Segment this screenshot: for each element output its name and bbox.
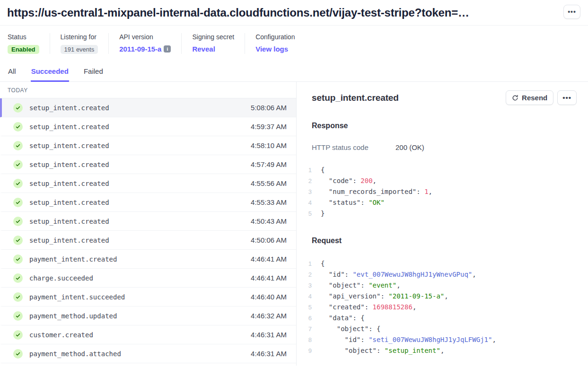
code-line: 1{ — [305, 165, 577, 175]
event-row[interactable]: payment_method.updated4:46:32 AM — [0, 307, 296, 325]
event-row[interactable]: setup_intent.created4:50:06 AM — [0, 231, 296, 250]
info-icon: i — [164, 45, 171, 53]
resend-button[interactable]: Resend — [506, 90, 553, 105]
line-number: 5 — [305, 208, 312, 219]
status-label: Status — [8, 33, 39, 41]
line-number: 1 — [305, 165, 312, 175]
meta-listening: Listening for 191 events — [61, 33, 98, 54]
code-line: 2 "id": "evt_007WewuJW8hgHJ1yWnevGPuq", — [305, 269, 577, 280]
code-line: 6 "data": { — [305, 313, 577, 324]
line-number: 8 — [305, 334, 312, 345]
request-heading: Request — [312, 237, 577, 245]
event-row[interactable]: payment_intent.succeeded4:46:40 AM — [0, 288, 296, 307]
event-time: 4:46:40 AM — [251, 293, 287, 301]
event-group-header: TODAY — [0, 82, 296, 98]
request-code-block: 1{2 "id": "evt_007WewuJW8hgHJ1yWnevGPuq"… — [305, 258, 577, 356]
event-name: setup_intent.created — [29, 104, 109, 112]
events-count-badge[interactable]: 191 events — [61, 45, 98, 54]
success-check-icon — [13, 273, 23, 283]
meta-divider — [108, 33, 109, 54]
code-line: 1{ — [305, 258, 577, 269]
success-check-icon — [13, 141, 23, 150]
event-time: 4:50:06 AM — [251, 236, 287, 244]
success-check-icon — [13, 349, 23, 359]
meta-api-version: API version 2011-09-15-a i — [119, 33, 171, 54]
event-row[interactable]: customer.created4:46:31 AM — [0, 325, 296, 344]
success-check-icon — [13, 179, 23, 188]
event-name: payment_method.updated — [29, 312, 117, 320]
listening-label: Listening for — [61, 33, 98, 41]
line-number: 7 — [305, 324, 312, 334]
event-name: customer.created — [29, 331, 93, 339]
tab-failed[interactable]: Failed — [83, 64, 104, 82]
code-line: 2 "code": 200, — [305, 175, 577, 186]
event-row[interactable]: charge.succeeded4:46:41 AM — [0, 269, 296, 288]
event-time: 5:08:06 AM — [251, 104, 287, 112]
event-row[interactable]: setup_intent.created4:50:43 AM — [0, 212, 296, 231]
event-name: setup_intent.created — [29, 237, 109, 244]
success-check-icon — [13, 254, 23, 264]
view-logs-link[interactable]: View logs — [255, 45, 288, 53]
line-number: 4 — [305, 197, 312, 208]
line-number: 9 — [305, 345, 312, 356]
success-check-icon — [13, 311, 23, 321]
configuration-label: Configuration — [255, 33, 295, 41]
response-heading: Response — [312, 122, 577, 130]
code-line: 5 "created": 1698815286, — [305, 302, 577, 313]
code-line: 8 "id": "seti_007WewuJW8hgHJ1yJqLFWGj1", — [305, 334, 577, 345]
code-line: 4 "api_version": "2011-09-15-a", — [305, 291, 577, 302]
event-row[interactable]: setup_intent.created4:55:33 AM — [0, 193, 296, 212]
event-name: setup_intent.created — [29, 180, 109, 187]
event-row[interactable]: setup_intent.created5:08:06 AM — [0, 98, 296, 117]
line-number: 4 — [305, 291, 312, 302]
reveal-secret-link[interactable]: Reveal — [192, 45, 215, 53]
header-overflow-button[interactable]: ••• — [563, 5, 580, 19]
meta-divider — [50, 33, 50, 54]
event-time: 4:46:41 AM — [251, 255, 287, 263]
success-check-icon — [13, 198, 23, 207]
code-line: 5} — [305, 208, 577, 219]
refresh-icon — [512, 95, 518, 101]
event-detail-title: setup_intent.created — [312, 90, 399, 103]
line-number: 6 — [305, 313, 312, 324]
event-time: 4:46:41 AM — [251, 274, 287, 282]
meta-status: Status Enabled — [8, 33, 39, 54]
success-check-icon — [13, 292, 23, 302]
event-row[interactable]: setup_intent.created4:57:49 AM — [0, 155, 296, 174]
event-time: 4:50:43 AM — [251, 217, 287, 225]
event-name: charge.succeeded — [29, 274, 93, 282]
event-time: 4:46:31 AM — [251, 350, 287, 358]
event-row[interactable]: setup_intent.created4:59:37 AM — [0, 117, 296, 136]
event-row[interactable]: setup_intent.created4:58:10 AM — [0, 136, 296, 155]
tab-all[interactable]: All — [8, 64, 17, 82]
code-line: 9 "object": "setup_intent", — [305, 345, 577, 356]
line-number: 3 — [305, 280, 312, 291]
event-time: 4:57:49 AM — [251, 160, 287, 168]
event-row[interactable]: payment_intent.created4:46:41 AM — [0, 250, 296, 269]
line-number: 2 — [305, 269, 312, 280]
tab-succeeded[interactable]: Succeeded — [31, 64, 69, 82]
event-name: payment_method.attached — [29, 350, 121, 358]
event-name: payment_intent.created — [29, 255, 117, 263]
meta-signing-secret: Signing secret Reveal — [192, 33, 234, 54]
http-status-value: 200 (OK) — [395, 143, 424, 151]
tab-bar: AllSucceededFailed — [0, 62, 588, 82]
resend-button-label: Resend — [522, 94, 547, 102]
event-time: 4:59:37 AM — [251, 123, 287, 131]
event-time: 4:46:32 AM — [251, 312, 287, 320]
meta-divider — [181, 33, 182, 54]
detail-overflow-button[interactable]: ••• — [557, 90, 577, 105]
event-detail-pane: setup_intent.created Resend ••• Response… — [297, 82, 588, 366]
event-name: setup_intent.created — [29, 218, 109, 225]
event-row[interactable]: payment_method.attached4:46:31 AM — [0, 344, 296, 363]
line-number: 1 — [305, 258, 312, 269]
api-version-link[interactable]: 2011-09-15-a — [119, 45, 161, 53]
success-check-icon — [13, 236, 23, 245]
event-row[interactable]: setup_intent.created4:55:56 AM — [0, 174, 296, 193]
page-header: https://us-central1-mixpanel-internal-da… — [0, 0, 588, 26]
event-name: setup_intent.created — [29, 123, 109, 131]
code-line: 4 "status": "OK" — [305, 197, 577, 208]
signing-secret-label: Signing secret — [192, 33, 234, 41]
event-name: payment_intent.succeeded — [29, 293, 125, 301]
event-name: setup_intent.created — [29, 161, 109, 168]
